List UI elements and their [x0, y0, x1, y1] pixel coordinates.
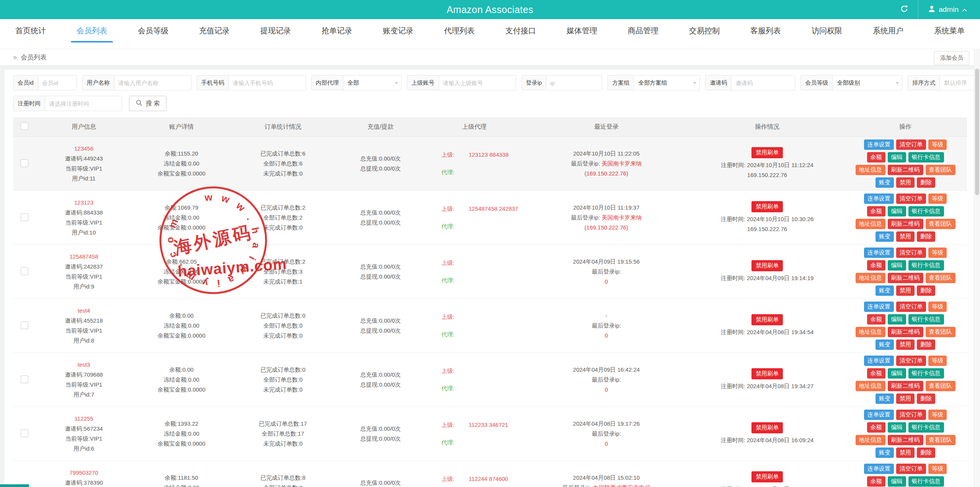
nav-tab-3[interactable]: 会员等级 — [122, 19, 184, 49]
filter-input[interactable] — [546, 75, 602, 90]
action-button[interactable]: 清空订单 — [896, 193, 926, 204]
action-button[interactable]: 编辑 — [888, 206, 906, 216]
username-link[interactable]: 123456 — [37, 144, 131, 154]
action-button[interactable]: 账变 — [875, 231, 894, 242]
action-button[interactable]: 清空订单 — [896, 464, 926, 474]
filter-input[interactable] — [38, 75, 77, 90]
action-button[interactable]: 查看团队 — [926, 381, 956, 391]
action-button[interactable]: 编辑 — [888, 422, 906, 433]
action-button[interactable]: 编辑 — [888, 476, 906, 487]
action-button[interactable]: 清空订单 — [896, 248, 926, 258]
nav-tab-9[interactable]: 支付接口 — [490, 19, 551, 49]
action-button[interactable]: 禁用 — [896, 394, 915, 404]
register-time-input[interactable] — [45, 96, 122, 111]
nav-tab-7[interactable]: 账变记录 — [368, 19, 429, 49]
row-checkbox[interactable] — [21, 213, 28, 221]
action-button[interactable]: 地址信息 — [856, 273, 885, 283]
filter-input[interactable] — [114, 75, 191, 90]
action-button[interactable]: 禁用 — [896, 448, 915, 458]
action-button[interactable]: 银行卡信息 — [908, 206, 944, 216]
filter-input[interactable] — [439, 75, 516, 90]
action-button[interactable]: 银行卡信息 — [908, 314, 944, 325]
action-button[interactable]: 银行卡信息 — [908, 476, 944, 487]
action-button[interactable]: 银行卡信息 — [908, 152, 944, 162]
action-button[interactable]: 清空订单 — [896, 356, 926, 366]
action-button[interactable]: 删除 — [917, 394, 935, 404]
refresh-button[interactable] — [890, 0, 918, 19]
action-button[interactable]: 等级 — [928, 464, 947, 474]
action-button[interactable]: 账变 — [875, 394, 894, 404]
admin-menu[interactable]: admin — [918, 0, 980, 19]
nav-tab-16[interactable]: 系统菜单 — [919, 19, 980, 49]
filter-input[interactable] — [732, 75, 795, 90]
parent-username[interactable]: 125487458 — [469, 205, 497, 212]
action-button[interactable]: 刷新二维码 — [888, 165, 923, 175]
action-button[interactable]: 连单设置 — [864, 139, 894, 150]
action-button[interactable]: 清空订单 — [896, 139, 926, 150]
nav-tab-2[interactable]: 会员列表 — [61, 19, 122, 49]
username-link[interactable]: 123123 — [37, 198, 131, 208]
action-button[interactable]: 等级 — [928, 193, 947, 204]
parent-username[interactable]: 112233 — [469, 421, 487, 428]
row-checkbox[interactable] — [21, 267, 28, 275]
nav-tab-10[interactable]: 媒体管理 — [551, 19, 612, 49]
action-button[interactable]: 查看团队 — [926, 219, 956, 229]
username-link[interactable]: 125487458 — [37, 252, 131, 262]
action-button[interactable]: 禁用 — [896, 177, 915, 188]
action-button[interactable]: 账变 — [875, 448, 894, 458]
username-link[interactable]: 799503270 — [37, 468, 131, 478]
action-button[interactable]: 等级 — [928, 248, 947, 258]
action-button[interactable]: 余额 — [867, 368, 885, 379]
action-button[interactable]: 连单设置 — [864, 302, 894, 312]
action-button[interactable]: 连单设置 — [864, 193, 894, 204]
action-button[interactable]: 等级 — [928, 410, 947, 420]
action-button[interactable]: 刷新二维码 — [888, 327, 923, 337]
action-button[interactable]: 银行卡信息 — [908, 422, 944, 433]
action-button[interactable]: 账变 — [875, 177, 894, 188]
row-checkbox[interactable] — [21, 375, 28, 383]
nav-tab-11[interactable]: 商品管理 — [612, 19, 674, 49]
action-button[interactable]: 编辑 — [888, 368, 906, 379]
action-button[interactable]: 余额 — [867, 206, 885, 216]
action-button[interactable]: 清空订单 — [896, 410, 926, 420]
nav-tab-6[interactable]: 抢单记录 — [306, 19, 368, 49]
action-button[interactable]: 连单设置 — [864, 248, 894, 258]
action-button[interactable]: 编辑 — [888, 314, 906, 325]
action-button[interactable]: 删除 — [917, 285, 935, 296]
nav-tab-4[interactable]: 充值记录 — [184, 19, 245, 49]
row-checkbox[interactable] — [21, 159, 28, 167]
nav-tab-8[interactable]: 代理列表 — [429, 19, 490, 49]
username-link[interactable]: 112255 — [37, 414, 131, 424]
action-button[interactable]: 地址信息 — [856, 219, 885, 229]
action-button[interactable]: 地址信息 — [856, 165, 885, 175]
action-button[interactable]: 连单设置 — [864, 464, 894, 474]
username-link[interactable]: test4 — [37, 306, 131, 316]
action-button[interactable]: 余额 — [867, 260, 885, 271]
filter-select-value[interactable]: 全部方案组 — [634, 75, 693, 90]
action-button[interactable]: 等级 — [928, 302, 947, 312]
action-button[interactable]: 刷新二维码 — [888, 435, 923, 445]
nav-tab-12[interactable]: 交易控制 — [674, 19, 735, 49]
filter-input[interactable] — [229, 75, 305, 90]
select-all-checkbox[interactable] — [21, 122, 28, 130]
action-button[interactable]: 账变 — [875, 285, 894, 296]
action-button[interactable]: 账变 — [875, 339, 894, 350]
action-button[interactable]: 查看团队 — [926, 273, 956, 283]
nav-tab-5[interactable]: 提现记录 — [245, 19, 306, 49]
action-button[interactable]: 刷新二维码 — [888, 381, 923, 391]
scrollbar-thumb[interactable] — [975, 69, 979, 195]
action-button[interactable]: 删除 — [917, 177, 935, 188]
action-button[interactable]: 删除 — [917, 231, 935, 242]
search-button[interactable]: 搜 索 — [129, 96, 167, 111]
action-button[interactable]: 编辑 — [888, 152, 906, 162]
action-button[interactable]: 查看团队 — [926, 435, 956, 445]
action-button[interactable]: 连单设置 — [864, 356, 894, 366]
parent-username[interactable]: 123123 — [469, 151, 488, 158]
action-button[interactable]: 余额 — [867, 152, 885, 162]
action-button[interactable]: 余额 — [867, 314, 885, 325]
action-button[interactable]: 清空订单 — [896, 302, 926, 312]
action-button[interactable]: 地址信息 — [856, 327, 885, 337]
action-button[interactable]: 连单设置 — [864, 410, 894, 420]
action-button[interactable]: 编辑 — [888, 260, 906, 271]
parent-username[interactable]: 112244 — [469, 476, 487, 482]
